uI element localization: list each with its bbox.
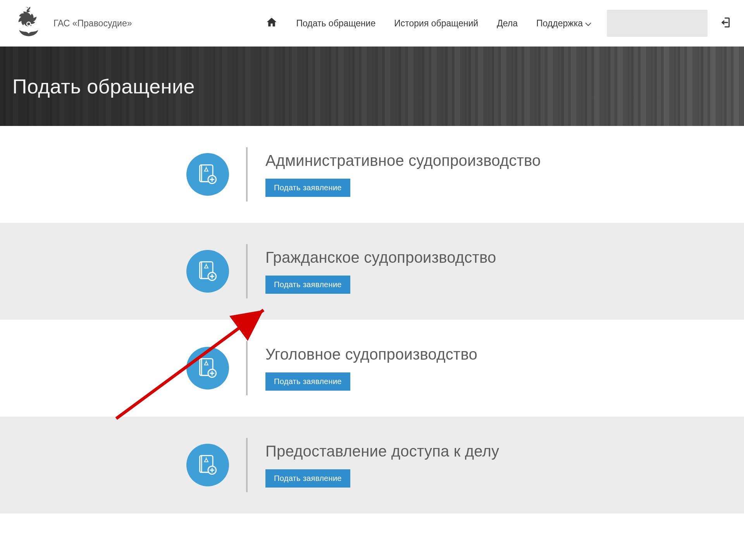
page-banner: Подать обращение — [0, 47, 744, 126]
logo-block: ГАС «Правосудие» — [12, 6, 132, 40]
page-title: Подать обращение — [12, 75, 195, 98]
category-row: Предоставление доступа к делу Подать зая… — [0, 417, 744, 513]
book-plus-icon — [186, 250, 229, 293]
category-row: Уголовное судопроизводство Подать заявле… — [0, 320, 744, 417]
category-title: Предоставление доступа к делу — [265, 443, 499, 460]
book-plus-icon — [186, 347, 229, 389]
emblem-icon — [12, 6, 46, 40]
nav-submit[interactable]: Подать обращение — [296, 18, 375, 29]
category-text-cell: Гражданское судопроизводство Подать заяв… — [248, 249, 496, 294]
category-title: Гражданское судопроизводство — [265, 249, 496, 266]
category-text-cell: Предоставление доступа к делу Подать зая… — [248, 443, 499, 488]
category-title: Уголовное судопроизводство — [265, 346, 477, 363]
category-icon-cell — [0, 250, 246, 293]
submit-application-button[interactable]: Подать заявление — [265, 372, 350, 391]
book-plus-icon — [186, 153, 229, 196]
category-row: Гражданское судопроизводство Подать заяв… — [0, 223, 744, 320]
chevron-down-icon — [585, 18, 591, 29]
category-text-cell: Административное судопроизводство Подать… — [248, 152, 541, 197]
nav-support[interactable]: Поддержка — [536, 18, 591, 29]
submit-application-button[interactable]: Подать заявление — [265, 469, 350, 488]
category-text-cell: Уголовное судопроизводство Подать заявле… — [248, 346, 477, 391]
home-icon — [266, 16, 277, 30]
category-icon-cell — [0, 347, 246, 389]
svg-point-1 — [27, 22, 30, 25]
book-plus-icon — [186, 444, 229, 486]
submit-application-button[interactable]: Подать заявление — [265, 276, 350, 294]
nav-history[interactable]: История обращений — [394, 18, 478, 29]
header: ГАС «Правосудие» Подать обращение Истори… — [0, 0, 744, 47]
category-icon-cell — [0, 444, 246, 486]
logout-button[interactable] — [719, 16, 732, 31]
nav-cases[interactable]: Дела — [497, 18, 518, 29]
nav-home[interactable] — [266, 16, 277, 30]
category-row: Административное судопроизводство Подать… — [0, 126, 744, 223]
user-box[interactable] — [607, 10, 708, 37]
main-nav: Подать обращение История обращений Дела … — [266, 16, 591, 30]
category-title: Административное судопроизводство — [265, 152, 541, 169]
category-icon-cell — [0, 153, 246, 196]
nav-support-label: Поддержка — [536, 18, 583, 29]
logout-icon — [719, 24, 732, 30]
site-name: ГАС «Правосудие» — [53, 18, 132, 29]
submit-application-button[interactable]: Подать заявление — [265, 179, 350, 197]
